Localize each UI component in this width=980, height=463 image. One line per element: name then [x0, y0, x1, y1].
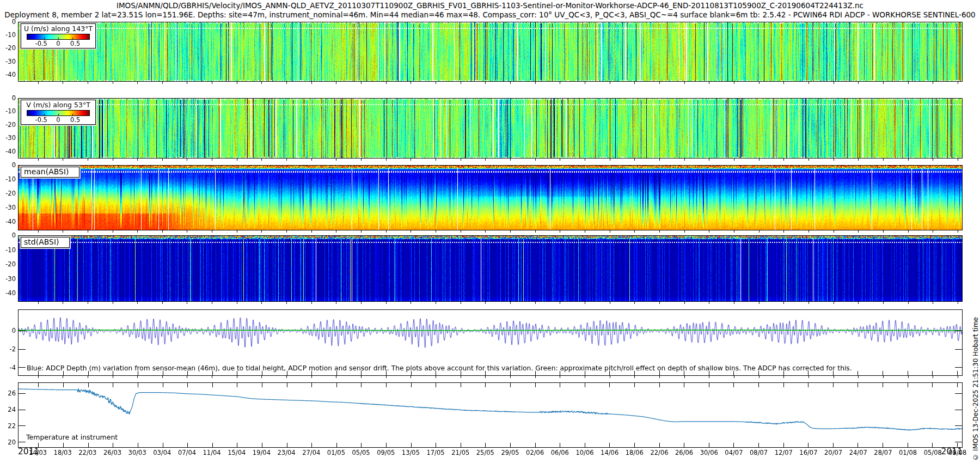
- x-tick-mark: [908, 82, 909, 84]
- x-tick-mark: [858, 82, 859, 84]
- x-tick-mark: [759, 376, 759, 378]
- x-tick-mark: [933, 302, 933, 304]
- x-tick-mark: [261, 230, 262, 233]
- mean-absi-label: mean(ABSI): [21, 167, 79, 178]
- x-tick-label: 19/04: [249, 449, 273, 456]
- x-tick-mark: [386, 230, 387, 233]
- x-tick-mark: [908, 230, 909, 233]
- x-tick-mark: [734, 230, 734, 233]
- x-tick-mark: [933, 230, 933, 233]
- x-tick-mark: [734, 302, 734, 304]
- x-tick-mark: [783, 230, 784, 233]
- x-tick-label: 24/07: [846, 449, 870, 456]
- std-absi-panel: std(ABSI): [18, 235, 963, 302]
- x-tick-mark: [336, 230, 336, 233]
- x-tick-mark: [361, 159, 362, 161]
- x-tick-label: 21/05: [449, 449, 473, 456]
- x-tick-mark: [485, 230, 486, 233]
- x-tick-label: 22/03: [76, 449, 100, 456]
- x-tick-mark: [535, 302, 536, 304]
- x-tick-mark: [461, 82, 461, 84]
- x-tick-mark: [38, 230, 39, 233]
- y-tick-label: -10: [0, 107, 16, 115]
- x-tick-mark: [783, 302, 784, 304]
- x-tick-label: 16/07: [797, 449, 820, 456]
- u-colorbar-labels: -0.5 0 0.5: [21, 40, 95, 48]
- x-tick-mark: [261, 159, 262, 161]
- x-tick-mark: [361, 82, 362, 84]
- x-tick-mark: [411, 159, 411, 161]
- x-tick-mark: [883, 376, 884, 378]
- x-tick-mark: [709, 302, 709, 304]
- adcp-diagnostic-figure: IMOS/ANMN/QLD/GBRHIS/Velocity/IMOS_ANMN-…: [0, 0, 980, 463]
- x-tick-mark: [834, 82, 834, 84]
- x-tick-mark: [461, 376, 461, 378]
- x-tick-mark: [311, 82, 312, 84]
- x-tick-mark: [261, 376, 262, 378]
- x-tick-mark: [783, 159, 784, 161]
- x-tick-label: 26/06: [672, 449, 696, 456]
- y-tick-label: 20: [0, 438, 16, 446]
- depth-variation-note: Blue: ADCP Depth (m) variation from sens…: [27, 364, 852, 372]
- x-tick-mark: [361, 302, 362, 304]
- u-colorbar-legend: U (m/s) along 143°T -0.5 0 0.5: [21, 23, 96, 48]
- x-tick-mark: [137, 302, 138, 304]
- y-tick-label: -20: [0, 190, 16, 197]
- x-tick-mark: [659, 82, 660, 84]
- colorbar-tick: [72, 38, 73, 39]
- x-tick-label: 01/05: [324, 449, 348, 456]
- colorbar-tick: [58, 38, 59, 39]
- colorbar-tick-label: 0: [56, 116, 60, 124]
- x-tick-mark: [808, 302, 809, 304]
- x-tick-mark: [560, 82, 560, 84]
- y-tick-label: 24: [0, 406, 16, 413]
- x-tick-mark: [261, 302, 262, 304]
- std-absi-label: std(ABSI): [21, 237, 70, 248]
- x-tick-mark: [187, 302, 187, 304]
- x-tick-mark: [834, 230, 834, 233]
- x-tick-mark: [834, 376, 834, 378]
- x-tick-mark: [386, 376, 387, 378]
- x-tick-mark: [162, 159, 163, 161]
- x-tick-mark: [783, 82, 784, 84]
- x-tick-mark: [237, 230, 237, 233]
- x-tick-mark: [684, 302, 685, 304]
- x-tick-mark: [436, 82, 436, 84]
- x-tick-mark: [411, 230, 411, 233]
- y-tick-label: 0: [0, 232, 16, 239]
- x-tick-mark: [958, 302, 958, 304]
- x-tick-mark: [386, 159, 387, 161]
- x-tick-mark: [88, 376, 88, 378]
- y-tick-label: -20: [0, 121, 16, 129]
- x-tick-mark: [237, 376, 237, 378]
- y-tick-label: -20: [0, 44, 16, 52]
- x-tick-label: 29/05: [498, 449, 522, 456]
- x-tick-mark: [958, 82, 958, 84]
- y-tick-label: -30: [0, 275, 16, 283]
- x-tick-mark: [684, 230, 685, 233]
- x-tick-mark: [734, 376, 734, 378]
- x-tick-mark: [187, 230, 187, 233]
- x-tick-label: 30/03: [125, 449, 149, 456]
- x-tick-mark: [386, 302, 387, 304]
- x-tick-mark: [311, 376, 312, 378]
- x-tick-label: 13/05: [399, 449, 422, 456]
- x-tick-mark: [137, 230, 138, 233]
- x-tick-mark: [336, 82, 336, 84]
- x-tick-label: 09/05: [374, 449, 398, 456]
- x-tick-mark: [883, 230, 884, 233]
- x-tick-mark: [659, 376, 660, 378]
- x-tick-mark: [908, 302, 909, 304]
- x-tick-mark: [411, 376, 411, 378]
- y-tick-label: -40: [0, 148, 16, 155]
- x-tick-mark: [162, 302, 163, 304]
- colorbar-tick-label: 0: [56, 40, 60, 47]
- x-tick-mark: [783, 376, 784, 378]
- colorbar-tick-label: 0.5: [70, 40, 80, 47]
- x-tick-mark: [610, 302, 610, 304]
- v-colorbar-legend: V (m/s) along 53°T -0.5 0 0.5: [21, 100, 96, 125]
- x-tick-label: 22/06: [647, 449, 671, 456]
- x-tick-mark: [411, 302, 411, 304]
- x-tick-mark: [286, 376, 287, 378]
- x-tick-mark: [361, 376, 362, 378]
